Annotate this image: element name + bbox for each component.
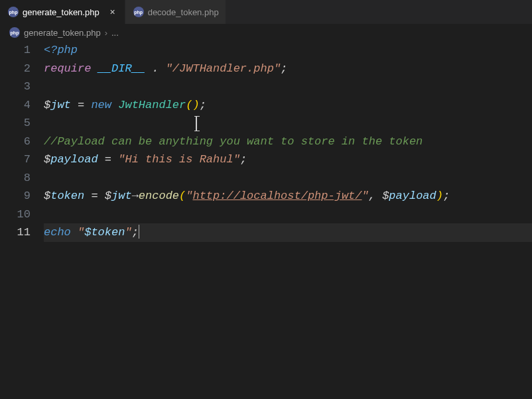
tab-label: generate_token.php (23, 7, 100, 17)
caret-icon (139, 225, 140, 239)
code-editor[interactable]: 1 2 3 4 5 6 7 8 9 10 11 <?php require __… (0, 41, 532, 242)
breadcrumb-file[interactable]: generate_token.php (24, 28, 101, 38)
tab-decode-token[interactable]: php decode_token.php (125, 0, 226, 24)
chevron-right-icon: › (105, 28, 107, 38)
line-number-gutter: 1 2 3 4 5 6 7 8 9 10 11 (0, 41, 44, 242)
tab-generate-token[interactable]: php generate_token.php × (0, 0, 125, 24)
breadcrumb-more[interactable]: ... (111, 28, 119, 38)
breadcrumb: php generate_token.php › ... (0, 24, 532, 41)
php-icon: php (9, 27, 20, 38)
php-icon: php (133, 7, 144, 17)
php-icon: php (8, 7, 19, 17)
tab-bar: php generate_token.php × php decode_toke… (0, 0, 532, 24)
tab-label: decode_token.php (148, 7, 219, 17)
close-icon[interactable]: × (107, 7, 118, 17)
code-area[interactable]: <?php require __DIR__ . "/JWTHandler.php… (44, 41, 532, 242)
